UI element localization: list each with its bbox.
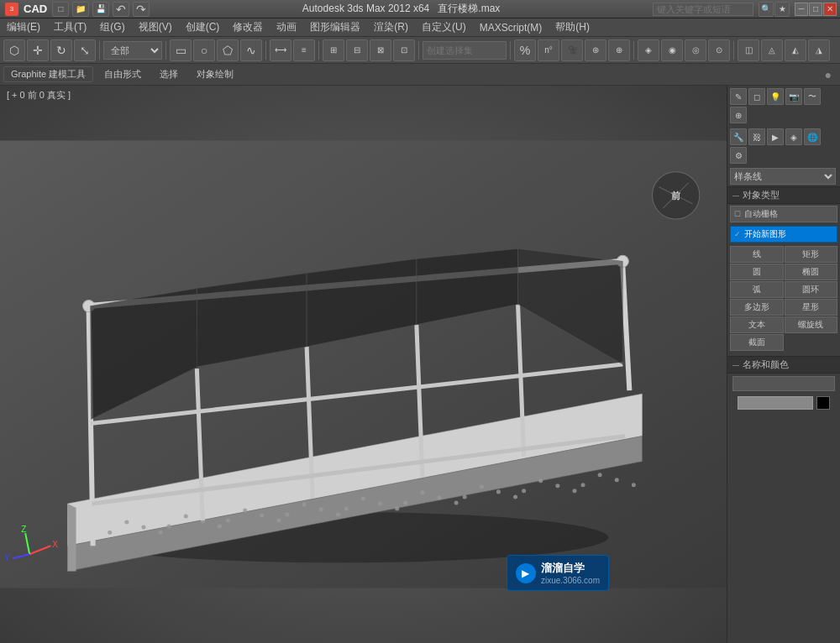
select-filter[interactable]: 全部 (103, 41, 162, 60)
render-btn1[interactable]: ◈ (638, 39, 659, 61)
svg-point-31 (632, 483, 636, 487)
dot-indicator[interactable]: ● (825, 68, 832, 81)
svg-point-21 (555, 484, 559, 488)
tool-btn5[interactable]: ⊕ (608, 39, 630, 61)
menu-create[interactable]: 创建(C) (179, 18, 227, 36)
rp-start-new-shape[interactable]: ✓ 开始新图形 (730, 226, 837, 243)
misc-btn2[interactable]: ◬ (761, 39, 783, 61)
rp-shape-arc[interactable]: 弧 (730, 281, 784, 298)
search-icon-btn[interactable]: 🔍 (759, 2, 774, 17)
view-btn3[interactable]: ⊠ (370, 39, 391, 61)
rp-icon-misc[interactable]: ⚙ (730, 147, 747, 164)
select-rect[interactable]: ▭ (170, 39, 192, 61)
view-btn2[interactable]: ⊟ (346, 39, 368, 61)
close-button[interactable]: ✕ (823, 3, 837, 16)
scale-tool[interactable]: ⤡ (74, 39, 96, 61)
svg-point-26 (336, 513, 340, 517)
rp-icon-light[interactable]: 💡 (767, 88, 784, 105)
menu-edit[interactable]: 编辑(E) (0, 18, 47, 36)
rp-spline-dropdown[interactable]: 样条线 (730, 168, 836, 185)
separator7 (633, 41, 634, 60)
tool-btn1[interactable]: % (514, 39, 536, 61)
menu-group[interactable]: 组(G) (93, 18, 131, 36)
freeform-btn[interactable]: 自由形式 (97, 66, 149, 82)
misc-btn4[interactable]: ◮ (808, 39, 830, 61)
misc-btn3[interactable]: ◭ (785, 39, 806, 61)
rp-shape-section[interactable]: 截面 (730, 334, 784, 351)
menu-modifier[interactable]: 修改器 (226, 18, 270, 36)
new-btn[interactable]: □ (52, 2, 69, 17)
graphite-section[interactable]: Graphite 建模工具 (3, 66, 93, 82)
rp-shape-text[interactable]: 文本 (730, 316, 784, 333)
undo-btn[interactable]: ↶ (113, 2, 129, 17)
svg-point-20 (496, 489, 501, 494)
rp-icon-curve[interactable]: 〜 (804, 88, 821, 105)
rp-shape-donut[interactable]: 圆环 (785, 281, 838, 298)
menu-view[interactable]: 视图(V) (132, 18, 179, 36)
open-btn[interactable]: 📁 (72, 2, 89, 17)
rp-shape-star[interactable]: 星形 (785, 299, 838, 316)
menu-maxscript[interactable]: MAXScript(M) (473, 20, 549, 35)
save-btn[interactable]: 💾 (92, 2, 109, 17)
maximize-button[interactable]: □ (809, 3, 822, 16)
rp-name-input[interactable] (732, 376, 835, 391)
svg-point-37 (403, 500, 407, 504)
svg-point-22 (615, 478, 619, 482)
rp-icon-camera[interactable]: 📷 (785, 88, 802, 105)
select-circle[interactable]: ○ (193, 39, 215, 61)
view-btn4[interactable]: ⊡ (393, 39, 415, 61)
star-btn[interactable]: ★ (774, 2, 790, 17)
mirror-btn[interactable]: ⟷ (270, 39, 291, 61)
redo-btn[interactable]: ↷ (133, 2, 150, 17)
rp-icon-wrench[interactable]: 🔧 (730, 128, 747, 145)
rp-shape-circle[interactable]: 圆 (730, 264, 784, 280)
rp-shape-line[interactable]: 线 (730, 246, 784, 263)
title-right: 🔍 ★ ─ □ ✕ (653, 2, 840, 17)
selection-btn[interactable]: 选择 (152, 66, 186, 82)
svg-point-23 (159, 531, 163, 535)
rp-shape-helix[interactable]: 螺旋线 (785, 316, 838, 333)
viewport[interactable]: [ + 0 前 0 真实 ] (0, 86, 727, 643)
select-lasso[interactable]: ∿ (240, 39, 262, 61)
rp-color-black[interactable] (816, 396, 830, 410)
svg-point-18 (378, 501, 382, 505)
rp-color-swatch[interactable] (738, 396, 813, 410)
rp-shape-rect[interactable]: 矩形 (785, 246, 838, 263)
rp-shape-polygon[interactable]: 多边形 (730, 299, 784, 316)
rp-icons-row2: 🔧 ⛓ ▶ ◈ 🌐 ⚙ (727, 126, 840, 166)
move-tool[interactable]: ✛ (27, 39, 49, 61)
rp-icon-geo[interactable]: ⊕ (730, 107, 747, 123)
rp-icon-cube[interactable]: ◻ (748, 88, 765, 105)
menu-animation[interactable]: 动画 (270, 18, 303, 36)
tool-btn3[interactable]: 🎥 (561, 39, 583, 61)
tool-btn2[interactable]: n° (538, 39, 559, 61)
menu-tools[interactable]: 工具(T) (47, 18, 93, 36)
object-paint-btn[interactable]: 对象绘制 (189, 66, 241, 82)
rp-icon-pencil[interactable]: ✎ (730, 88, 747, 105)
select-fence[interactable]: ⬠ (217, 39, 239, 61)
menu-customize[interactable]: 自定义(U) (415, 18, 473, 36)
render-btn2[interactable]: ◉ (661, 39, 683, 61)
rp-autogrid[interactable]: ☐ 自动栅格 (730, 206, 837, 222)
search-input[interactable] (653, 3, 753, 16)
menu-help[interactable]: 帮助(H) (549, 18, 596, 36)
render-btn3[interactable]: ◎ (685, 39, 706, 61)
rp-icon-anim[interactable]: ▶ (767, 128, 784, 145)
rp-autogrid-row: ☐ 自动栅格 (727, 204, 840, 224)
view-btn1[interactable]: ⊞ (323, 39, 344, 61)
menu-render[interactable]: 渲染(R) (367, 18, 415, 36)
render-btn4[interactable]: ⊙ (708, 39, 730, 61)
minimize-button[interactable]: ─ (795, 3, 808, 16)
menu-graph-editor[interactable]: 图形编辑器 (303, 18, 367, 36)
rp-icon-render[interactable]: ◈ (785, 128, 802, 145)
rp-icon-chain[interactable]: ⛓ (748, 128, 765, 145)
rp-icon-env[interactable]: 🌐 (804, 128, 821, 145)
rotate-tool[interactable]: ↻ (50, 39, 72, 61)
named-selection-input[interactable] (423, 41, 507, 60)
rp-shape-ellipse[interactable]: 椭圆 (785, 264, 838, 280)
rp-icons-row1: ✎ ◻ 💡 📷 〜 ⊕ (727, 86, 840, 126)
align-btn[interactable]: ≡ (293, 39, 315, 61)
select-tool[interactable]: ⬡ (3, 39, 25, 61)
misc-btn1[interactable]: ◫ (738, 39, 759, 61)
tool-btn4[interactable]: ⊛ (585, 39, 606, 61)
